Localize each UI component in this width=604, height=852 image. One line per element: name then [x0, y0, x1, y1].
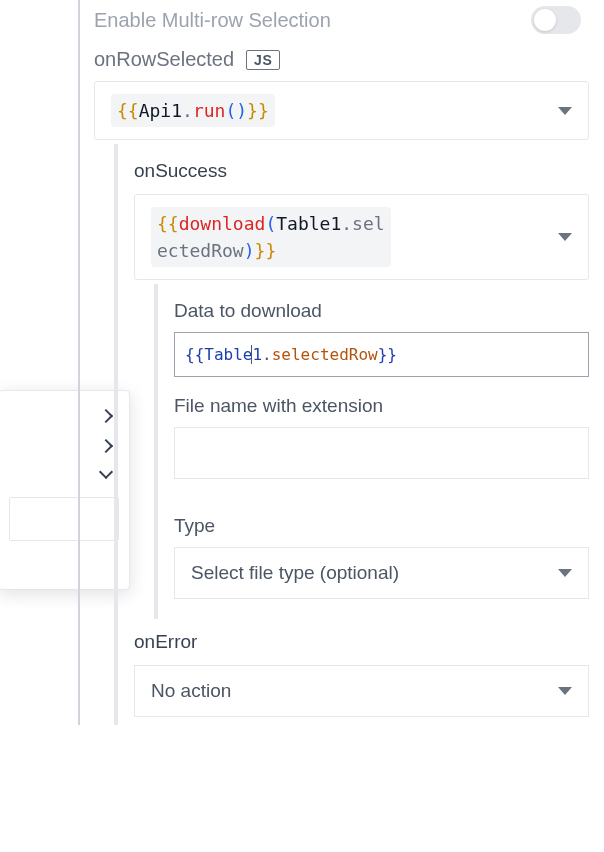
chevron-down-icon — [558, 107, 572, 115]
js-toggle-badge[interactable]: JS — [246, 50, 280, 70]
onsuccess-label: onSuccess — [134, 160, 589, 182]
onrowselected-action-block: {{Api1.run()}} — [94, 81, 589, 140]
onerror-value: No action — [151, 680, 231, 702]
toggle-knob — [534, 9, 556, 31]
data-to-download-label: Data to download — [174, 300, 589, 322]
action-code-expression: {{Api1.run()}} — [111, 94, 275, 127]
onsuccess-action-block: {{download(Table1.selectedRow)}} — [134, 194, 589, 280]
type-label: Type — [174, 515, 589, 537]
property-panel: Enable Multi-row Selection onRowSelected… — [78, 0, 589, 725]
file-type-placeholder: Select file type (optional) — [191, 562, 399, 584]
filename-label: File name with extension — [174, 395, 589, 417]
filename-input[interactable] — [174, 427, 589, 479]
multirow-selection-toggle[interactable] — [531, 6, 581, 34]
event-name-label: onRowSelected — [94, 48, 234, 71]
file-type-select[interactable]: Select file type (optional) — [174, 547, 589, 599]
onrowselected-action-select[interactable]: {{Api1.run()}} — [95, 82, 588, 139]
data-to-download-input[interactable]: {{Table1.selectedRow}} — [174, 332, 589, 377]
onrowselected-nested: onSuccess {{download(Table1.selectedRow)… — [114, 144, 589, 725]
onsuccess-nested: Data to download {{Table1.selectedRow}} … — [154, 284, 589, 619]
onsuccess-action-select[interactable]: {{download(Table1.selectedRow)}} — [135, 195, 588, 279]
chevron-down-icon — [558, 569, 572, 577]
chevron-down-icon — [558, 233, 572, 241]
onsuccess-code-expression: {{download(Table1.selectedRow)}} — [151, 207, 391, 267]
multirow-selection-label: Enable Multi-row Selection — [94, 9, 331, 32]
onerror-action-select[interactable]: No action — [134, 665, 589, 717]
onerror-label: onError — [134, 631, 589, 653]
chevron-down-icon — [558, 687, 572, 695]
